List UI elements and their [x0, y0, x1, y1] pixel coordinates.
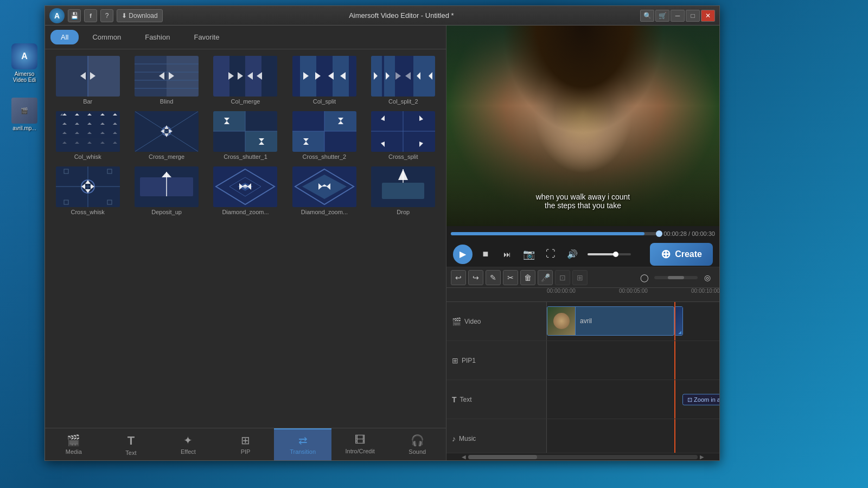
- zoom-out-button[interactable]: ◯: [637, 270, 652, 285]
- scroll-left-button[interactable]: ◀: [459, 454, 468, 460]
- download-button[interactable]: ⬇ Download: [117, 9, 163, 22]
- media-icon: 🎬: [67, 434, 80, 447]
- effect-cross-split[interactable]: Cross_split: [365, 109, 442, 162]
- effect-cross-shutter-1[interactable]: Cross_shutter_1: [207, 109, 284, 162]
- tab-media[interactable]: 🎬 Media: [45, 428, 103, 460]
- effect-col-merge[interactable]: Col_merge: [207, 54, 284, 107]
- save-button[interactable]: 💾: [68, 9, 81, 22]
- minimize-button[interactable]: ─: [671, 10, 685, 22]
- clip-thumbnail: [547, 307, 576, 335]
- scroll-right-button[interactable]: ▶: [698, 454, 706, 460]
- pip-icon: ⊞: [241, 434, 250, 447]
- effect-cross-merge[interactable]: Cross_merge: [128, 109, 205, 162]
- help-button[interactable]: ?: [100, 9, 113, 22]
- right-panel: when you walk away i count the steps tha…: [446, 25, 719, 460]
- track-video: 🎬 Video avril: [446, 302, 719, 341]
- track-music: ♪ Music: [446, 419, 719, 453]
- text-track-icon: T: [452, 395, 457, 404]
- transition-icon: ⇄: [298, 434, 308, 447]
- effect-cross-shutter-2[interactable]: Cross_shutter_2: [286, 109, 362, 162]
- effect-diamond-zoom-out[interactable]: Diamond_zoom...: [286, 164, 362, 217]
- tab-effect[interactable]: ✦ Effect: [159, 428, 217, 460]
- pip-timeline-button[interactable]: ⊞: [572, 270, 588, 285]
- play-button[interactable]: ▶: [453, 245, 473, 264]
- seek-bar-area: 00:00:28 / 00:00:30: [446, 226, 719, 241]
- tab-transition[interactable]: ⇄ Transition: [274, 428, 331, 460]
- intro-icon: 🎞: [355, 434, 366, 446]
- facebook-button[interactable]: f: [84, 9, 97, 22]
- video-track-label: Video: [464, 318, 481, 325]
- video-clip-avril[interactable]: avril: [547, 306, 674, 336]
- effect-drop[interactable]: Drop: [365, 164, 442, 217]
- search-title-button[interactable]: 🔍: [640, 10, 654, 22]
- record-button[interactable]: 🎤: [538, 270, 553, 285]
- zoom-slider[interactable]: [654, 276, 698, 279]
- text-icon: T: [127, 434, 135, 448]
- volume-button[interactable]: 🔊: [564, 246, 581, 263]
- pip1-track-icon: ⊞: [452, 356, 458, 365]
- effect-col-split-2[interactable]: Col_split_2: [365, 54, 442, 107]
- filter-tab-fashion[interactable]: Fashion: [135, 30, 180, 44]
- svg-rect-83: [292, 131, 324, 152]
- cart-button[interactable]: 🛒: [655, 10, 669, 22]
- preview-video: when you walk away i count the steps tha…: [446, 25, 719, 226]
- delete-button[interactable]: 🗑: [520, 270, 535, 285]
- time-display: 00:00:28 / 00:00:30: [663, 230, 715, 237]
- volume-fill: [588, 253, 616, 255]
- svg-rect-73: [213, 111, 245, 131]
- tab-pip[interactable]: ⊞ PIP: [217, 428, 275, 460]
- desktop-icon-file[interactable]: 🎬 avril.mp...: [5, 98, 43, 131]
- music-track-content[interactable]: [547, 419, 719, 453]
- video-track-content[interactable]: avril: [547, 302, 719, 341]
- desktop-icon-aimersoft[interactable]: A AimersoVideo Edi: [5, 43, 43, 83]
- filter-tab-all[interactable]: All: [50, 30, 79, 44]
- effect-blind[interactable]: Blind: [128, 54, 205, 107]
- music-track-icon: ♪: [452, 434, 456, 443]
- app-logo: A: [49, 8, 65, 23]
- timeline-tracks: 🎬 Video avril: [446, 302, 719, 453]
- playhead-text: [674, 380, 675, 419]
- zoom-in-button[interactable]: ◎: [700, 270, 715, 285]
- video-clip-segment[interactable]: [674, 306, 683, 336]
- effect-col-split[interactable]: Col_split: [286, 54, 362, 107]
- create-button[interactable]: ⊕ Create: [650, 243, 713, 266]
- svg-rect-42: [56, 111, 120, 152]
- tab-intro-credit[interactable]: 🎞 Intro/Credit: [331, 428, 389, 460]
- cut-button[interactable]: ✂: [503, 270, 518, 285]
- effect-deposit-up[interactable]: Deposit_up: [128, 164, 205, 217]
- filter-tab-favorite[interactable]: Favorite: [183, 30, 229, 44]
- svg-rect-16: [213, 56, 229, 97]
- effects-grid: Bar: [45, 49, 446, 428]
- filter-tab-common[interactable]: Common: [82, 30, 131, 44]
- track-text: T Text ⊡ Zoom in and Fad... +: [446, 380, 719, 419]
- effect-cross-whisk[interactable]: Cross_whisk: [49, 164, 126, 217]
- volume-slider[interactable]: [588, 253, 631, 255]
- tab-sound[interactable]: 🎧 Sound: [388, 428, 446, 460]
- horizontal-scrollbar[interactable]: [468, 455, 698, 459]
- pip1-track-content[interactable]: [547, 341, 719, 380]
- screenshot-button[interactable]: 📷: [520, 246, 538, 263]
- edit-button[interactable]: ✎: [486, 270, 501, 285]
- svg-rect-74: [245, 131, 277, 152]
- filter-tabs: All Common Fashion Favorite: [45, 25, 446, 49]
- text-track-content[interactable]: ⊡ Zoom in and Fad... +: [547, 380, 719, 419]
- redo-button[interactable]: ↪: [468, 270, 483, 285]
- effect-bar[interactable]: Bar: [49, 54, 126, 107]
- seek-bar[interactable]: [451, 232, 659, 235]
- snap-button[interactable]: ⊡: [555, 270, 570, 285]
- effect-col-whisk[interactable]: Col_whisk: [49, 109, 126, 162]
- fullscreen-button[interactable]: ⛶: [542, 246, 559, 263]
- stop-button[interactable]: ■: [477, 246, 494, 263]
- bottom-tabs: 🎬 Media T Text ✦ Effect ⊞ PIP ⇄ Trans: [45, 428, 446, 460]
- playhead-video: [674, 302, 675, 341]
- next-frame-button[interactable]: ⏭: [499, 246, 516, 263]
- app-window: A 💾 f ? ⬇ Download Aimersoft Video Edito…: [44, 5, 720, 461]
- effect-diamond-zoom-in[interactable]: Diamond_zoom...: [207, 164, 284, 217]
- preview-area: when you walk away i count the steps tha…: [446, 25, 719, 226]
- undo-button[interactable]: ↩: [451, 270, 466, 285]
- tab-text[interactable]: T Text: [103, 428, 160, 460]
- pip1-track-label: PIP1: [462, 357, 476, 364]
- maximize-button[interactable]: □: [686, 10, 700, 22]
- close-button[interactable]: ✕: [701, 10, 715, 22]
- svg-rect-82: [324, 111, 356, 131]
